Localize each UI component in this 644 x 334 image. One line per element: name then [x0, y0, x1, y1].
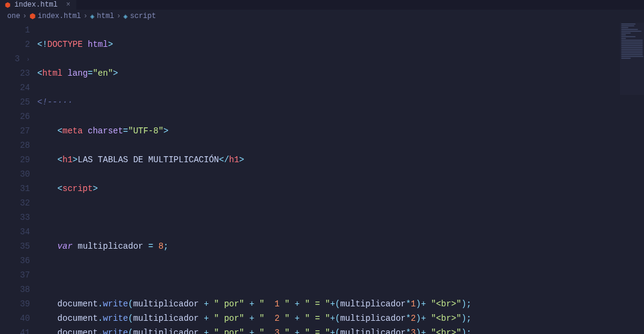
- cube-icon: ◈: [123, 12, 127, 21]
- chevron-right-icon: ›: [23, 12, 27, 20]
- html5-icon: ⬢: [5, 1, 11, 9]
- line-number: 41: [0, 326, 30, 334]
- minimap[interactable]: [620, 23, 644, 95]
- code-line[interactable]: document.write(multiplicador + " por" + …: [37, 311, 644, 326]
- breadcrumb-file[interactable]: index.html: [38, 12, 81, 20]
- code-line[interactable]: <meta charset="UTF-8">: [37, 124, 644, 138]
- code-line[interactable]: <!DOCTYPE html>: [37, 37, 644, 52]
- chevron-right-icon: ›: [117, 12, 121, 20]
- line-number: 40: [0, 311, 30, 326]
- close-icon[interactable]: ×: [66, 1, 70, 9]
- tab-index-html[interactable]: ⬢ index.html ×: [0, 0, 76, 10]
- code-area[interactable]: <!DOCTYPE html> <html lang="en"> <!--···…: [37, 23, 644, 334]
- tab-filename: index.html: [14, 1, 58, 9]
- line-number: 29: [0, 153, 30, 167]
- line-number: 36: [0, 254, 30, 268]
- line-number: 32: [0, 196, 30, 210]
- editor[interactable]: 1 2 3 › 23 24 25 26 27 28 29 30 31 32 33…: [0, 23, 644, 334]
- line-number: 34: [0, 225, 30, 239]
- breadcrumb-script[interactable]: script: [130, 12, 156, 20]
- tab-bar: ⬢ index.html ×: [0, 0, 644, 10]
- line-number: 33: [0, 210, 30, 225]
- code-line[interactable]: <html lang="en">: [37, 66, 644, 80]
- code-line[interactable]: var multiplicador = 8;: [37, 239, 644, 254]
- line-number: 3 ›: [0, 52, 30, 66]
- code-line[interactable]: <!--···: [37, 95, 644, 109]
- html5-icon: ⬢: [29, 12, 35, 21]
- line-number: 27: [0, 124, 30, 138]
- code-line[interactable]: <script>: [37, 181, 644, 196]
- gutter: 1 2 3 › 23 24 25 26 27 28 29 30 31 32 33…: [0, 23, 37, 334]
- line-number: 28: [0, 138, 30, 153]
- breadcrumb-html[interactable]: html: [97, 12, 114, 20]
- breadcrumb-root[interactable]: one: [7, 12, 20, 20]
- chevron-right-icon: ›: [84, 12, 88, 20]
- code-line[interactable]: document.write(multiplicador + " por" + …: [37, 297, 644, 311]
- line-number: 25: [0, 95, 30, 109]
- cube-icon: ◈: [90, 12, 94, 21]
- breadcrumb[interactable]: one › ⬢ index.html › ◈ html › ◈ script: [0, 10, 644, 23]
- line-number: 1: [0, 23, 30, 37]
- line-number: 39: [0, 297, 30, 311]
- code-line[interactable]: [37, 210, 644, 225]
- code-line[interactable]: <h1>LAS TABLAS DE MULTIPLICACIÓN</h1>: [37, 153, 644, 167]
- code-line[interactable]: [37, 268, 644, 282]
- line-number: 30: [0, 167, 30, 181]
- line-number: 37: [0, 268, 30, 282]
- line-number: 24: [0, 80, 30, 95]
- line-number: 31: [0, 181, 30, 196]
- line-number: 35: [0, 239, 30, 254]
- line-number: 26: [0, 109, 30, 124]
- code-line[interactable]: document.write(multiplicador + " por" + …: [37, 326, 644, 334]
- line-number: 23: [0, 66, 30, 80]
- line-number: 2: [0, 37, 30, 52]
- line-number: 38: [0, 282, 30, 297]
- chevron-right-icon[interactable]: ›: [20, 56, 30, 63]
